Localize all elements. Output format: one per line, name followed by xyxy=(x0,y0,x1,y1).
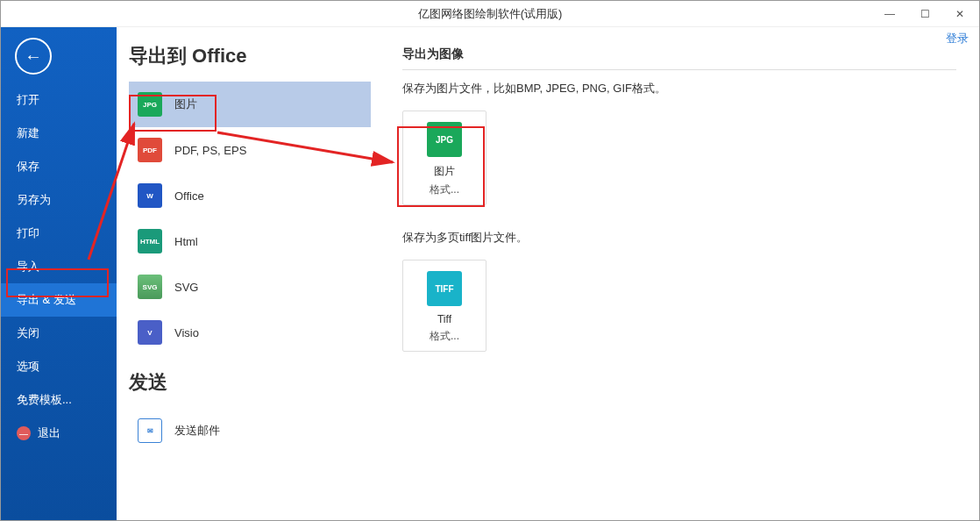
sidebar-label: 打印 xyxy=(17,225,39,241)
export-item-label: SVG xyxy=(174,281,198,294)
mail-icon: ✉ xyxy=(138,418,162,443)
export-item-label: PDF, PS, EPS xyxy=(174,144,246,157)
sidebar-item-print[interactable]: 打印 xyxy=(1,217,117,250)
export-item-label: Office xyxy=(174,189,204,203)
divider xyxy=(402,69,956,70)
visio-icon: V xyxy=(138,320,162,345)
tiff-tile-icon: TIFF xyxy=(427,271,462,306)
sidebar-item-options[interactable]: 选项 xyxy=(1,350,117,383)
html-icon: HTML xyxy=(138,229,162,253)
detail-heading: 导出为图像 xyxy=(402,46,956,62)
detail-desc-image: 保存为图片文件，比如BMP, JPEG, PNG, GIF格式。 xyxy=(402,81,956,96)
sidebar-label: 保存 xyxy=(17,159,39,175)
tile-image-format[interactable]: JPG 图片 格式... xyxy=(402,111,486,205)
export-item-label: Html xyxy=(174,235,198,248)
sidebar-label: 选项 xyxy=(17,359,39,375)
sidebar-item-templates[interactable]: 免费模板... xyxy=(1,383,117,417)
sidebar-item-save[interactable]: 保存 xyxy=(1,150,117,183)
sidebar-item-exit[interactable]: — 退出 xyxy=(1,417,117,450)
login-link[interactable]: 登录 xyxy=(946,31,969,46)
sidebar-label: 关闭 xyxy=(17,325,39,341)
maximize-button[interactable]: ☐ xyxy=(907,1,942,27)
sidebar-item-saveas[interactable]: 另存为 xyxy=(1,183,117,217)
sidebar-label: 导入 xyxy=(17,259,39,275)
sidebar: ← 打开 新建 保存 另存为 打印 导入 导出 & 发送 关闭 选项 免费模板.… xyxy=(1,27,117,520)
jpg-icon: JPG xyxy=(138,92,162,117)
sidebar-label: 导出 & 发送 xyxy=(17,292,76,308)
tile-tiff-format[interactable]: TIFF Tiff 格式... xyxy=(402,260,486,352)
sidebar-label: 另存为 xyxy=(17,192,51,208)
sidebar-item-open[interactable]: 打开 xyxy=(1,83,117,117)
export-item-office[interactable]: W Office xyxy=(129,173,371,218)
tile-label-1: 图片 xyxy=(434,164,455,179)
sidebar-item-close[interactable]: 关闭 xyxy=(1,317,117,350)
jpg-tile-icon: JPG xyxy=(427,122,462,157)
export-list-panel: 导出到 Office JPG 图片 PDF PDF, PS, EPS W Off… xyxy=(117,27,380,520)
send-item-email[interactable]: ✉ 发送邮件 xyxy=(129,408,371,453)
tile-label-2: 格式... xyxy=(430,182,459,197)
export-detail-panel: 导出为图像 保存为图片文件，比如BMP, JPEG, PNG, GIF格式。 J… xyxy=(380,27,979,520)
sidebar-item-new[interactable]: 新建 xyxy=(1,117,117,150)
title-bar: 亿图网络图绘制软件(试用版) — ☐ ✕ xyxy=(1,1,979,27)
svg-icon: SVG xyxy=(138,275,162,299)
export-heading: 导出到 Office xyxy=(129,43,371,69)
send-heading: 发送 xyxy=(129,369,371,396)
sidebar-label: 免费模板... xyxy=(17,392,72,408)
export-item-html[interactable]: HTML Html xyxy=(129,218,371,264)
sidebar-item-import[interactable]: 导入 xyxy=(1,250,117,283)
export-item-label: 图片 xyxy=(174,96,197,112)
sidebar-label: 打开 xyxy=(17,92,39,108)
sidebar-item-export-send[interactable]: 导出 & 发送 xyxy=(1,283,117,317)
back-button[interactable]: ← xyxy=(15,38,52,75)
window-title: 亿图网络图绘制软件(试用版) xyxy=(418,6,563,22)
detail-desc-tiff: 保存为多页tiff图片文件。 xyxy=(402,230,956,246)
tile-label-1: Tiff xyxy=(437,313,451,325)
close-button[interactable]: ✕ xyxy=(942,1,977,27)
back-arrow-icon: ← xyxy=(25,46,42,67)
pdf-icon: PDF xyxy=(138,138,162,162)
sidebar-label: 新建 xyxy=(17,125,39,141)
export-item-pdf[interactable]: PDF PDF, PS, EPS xyxy=(129,127,371,173)
minimize-button[interactable]: — xyxy=(872,1,907,27)
export-item-svg[interactable]: SVG SVG xyxy=(129,264,371,310)
send-item-label: 发送邮件 xyxy=(174,423,220,439)
export-item-image[interactable]: JPG 图片 xyxy=(129,82,371,127)
sidebar-label: 退出 xyxy=(38,425,60,441)
tile-label-2: 格式... xyxy=(430,329,459,344)
word-icon: W xyxy=(138,183,162,208)
export-item-visio[interactable]: V Visio xyxy=(129,310,371,355)
export-item-label: Visio xyxy=(174,326,199,339)
exit-icon: — xyxy=(17,426,31,440)
